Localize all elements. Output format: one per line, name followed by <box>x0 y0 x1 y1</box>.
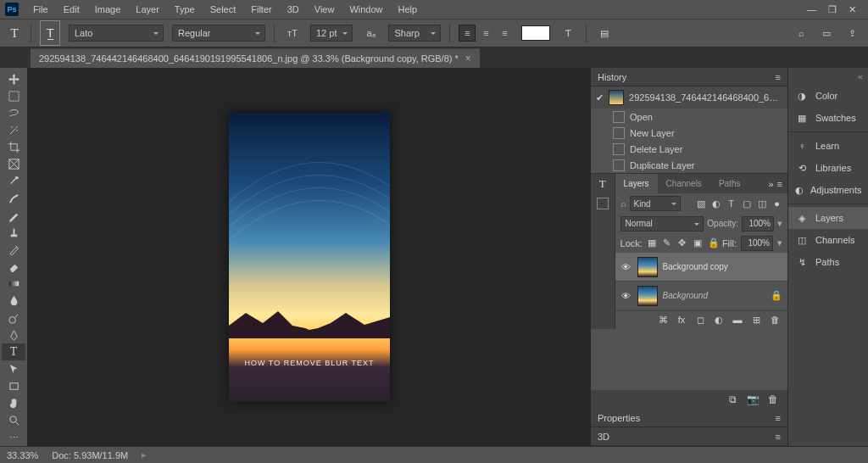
dock-item-swatches[interactable]: ▦Swatches <box>788 107 868 129</box>
align-right-button[interactable]: ≡ <box>496 25 513 42</box>
adjustment-layer-icon[interactable]: ◐ <box>713 315 725 326</box>
filter-adjustment-icon[interactable]: ◐ <box>710 198 721 209</box>
healing-brush-tool[interactable] <box>2 190 25 207</box>
marquee-tool[interactable] <box>2 87 25 104</box>
layer-mask-icon[interactable]: ◻ <box>694 315 706 326</box>
new-document-icon[interactable]: ⧉ <box>726 393 738 405</box>
dodge-tool[interactable] <box>2 310 25 326</box>
menu-edit[interactable]: Edit <box>56 2 87 17</box>
search-icon[interactable]: ⌕ <box>792 24 810 42</box>
maximize-button[interactable]: ❐ <box>828 4 837 15</box>
edit-toolbar-button[interactable]: ⋯ <box>2 429 25 446</box>
lock-all-icon[interactable]: 🔒 <box>708 237 718 248</box>
gradient-tool[interactable] <box>2 276 25 293</box>
character-panel-button[interactable]: ▤ <box>595 24 614 42</box>
move-tool[interactable] <box>2 70 25 87</box>
menu-view[interactable]: View <box>307 2 342 17</box>
layer-group-icon[interactable]: ▬ <box>732 315 743 326</box>
font-style-select[interactable]: Regular <box>172 25 265 42</box>
magic-wand-tool[interactable] <box>2 121 25 138</box>
history-state[interactable]: Open <box>591 109 787 125</box>
layer-thumbnail[interactable] <box>637 286 658 306</box>
align-left-button[interactable]: ≡ <box>459 25 476 42</box>
panel-collapse-icon[interactable]: » <box>768 179 773 189</box>
dock-item-color[interactable]: ◑Color <box>788 85 868 107</box>
lock-transparency-icon[interactable]: ▦ <box>647 237 657 248</box>
brush-tool[interactable] <box>2 207 25 224</box>
share-button[interactable]: ⇪ <box>843 24 861 42</box>
layer-filter-select[interactable]: Kind <box>630 196 681 211</box>
filter-smart-icon[interactable]: ◫ <box>756 198 767 209</box>
panel-menu-icon[interactable]: ≡ <box>777 179 782 189</box>
layer-style-icon[interactable]: fx <box>676 315 687 326</box>
menu-window[interactable]: Window <box>342 2 390 17</box>
lock-artboard-icon[interactable]: ▣ <box>693 237 703 248</box>
hand-tool[interactable] <box>2 395 25 412</box>
dock-item-adjustments[interactable]: ◐Adjustments <box>788 179 868 201</box>
tab-layers[interactable]: Layers <box>615 174 658 193</box>
delete-layer-icon[interactable]: 🗑 <box>769 315 781 326</box>
menu-filter[interactable]: Filter <box>243 2 279 17</box>
layer-thumbnail[interactable] <box>637 257 658 277</box>
anti-alias-select[interactable]: Sharp <box>388 25 441 42</box>
delete-state-icon[interactable]: 🗑 <box>767 393 779 405</box>
3d-panel-header[interactable]: 3D ≡ <box>591 427 787 446</box>
eyedropper-tool[interactable] <box>2 173 25 190</box>
menu-select[interactable]: Select <box>203 2 244 17</box>
filter-type-icon[interactable]: T <box>726 198 737 209</box>
filter-toggle-icon[interactable]: ● <box>771 198 782 209</box>
layer-row[interactable]: 👁Background🔒 <box>615 282 787 310</box>
history-panel-header[interactable]: History ≡ <box>591 68 787 86</box>
document-info[interactable]: Doc: 5.93M/11.9M <box>52 450 128 460</box>
lock-pixels-icon[interactable]: ✎ <box>662 237 672 248</box>
frame-tool[interactable] <box>2 156 25 173</box>
history-snapshot[interactable]: ✔ 292594138_746442146468400_646419019199… <box>591 86 787 109</box>
canvas-area[interactable]: HOW TO REMOVE BLUR TEXT <box>28 68 591 446</box>
minimize-button[interactable]: — <box>807 4 816 15</box>
lasso-tool[interactable] <box>2 104 25 121</box>
tab-channels[interactable]: Channels <box>658 174 710 193</box>
close-tab-icon[interactable]: × <box>465 53 471 64</box>
blur-tool[interactable] <box>2 293 25 310</box>
history-brush-tool[interactable] <box>2 241 25 258</box>
font-size-select[interactable]: 12 pt <box>310 25 353 42</box>
menu-help[interactable]: Help <box>391 2 426 17</box>
lock-position-icon[interactable]: ✥ <box>677 237 687 248</box>
fill-input[interactable]: 100% <box>741 236 773 251</box>
menu-file[interactable]: File <box>25 2 56 17</box>
status-arrow-icon[interactable]: ▸ <box>142 449 147 460</box>
crop-tool[interactable] <box>2 139 25 156</box>
text-color-swatch[interactable] <box>521 25 550 41</box>
dock-item-channels[interactable]: ◫Channels <box>788 229 868 251</box>
filter-pixel-icon[interactable]: ▧ <box>695 198 706 209</box>
eraser-tool[interactable] <box>2 259 25 276</box>
close-button[interactable]: ✕ <box>849 4 856 15</box>
dock-collapse-icon[interactable]: « <box>788 71 868 85</box>
path-selection-tool[interactable] <box>2 360 25 377</box>
filter-shape-icon[interactable]: ▢ <box>741 198 752 209</box>
visibility-toggle-icon[interactable]: 👁 <box>620 262 632 272</box>
layer-row[interactable]: 👁Background copy <box>615 253 787 282</box>
clone-stamp-tool[interactable] <box>2 224 25 241</box>
history-state[interactable]: New Layer <box>591 125 787 141</box>
document-canvas[interactable]: HOW TO REMOVE BLUR TEXT <box>229 112 390 402</box>
dock-item-paths[interactable]: ↯Paths <box>788 251 868 273</box>
rectangle-tool[interactable] <box>2 378 25 395</box>
zoom-level[interactable]: 33.33% <box>7 450 38 460</box>
new-snapshot-icon[interactable]: 📷 <box>747 393 759 405</box>
menu-layer[interactable]: Layer <box>128 2 167 17</box>
font-family-select[interactable]: Lato <box>69 25 164 42</box>
zoom-tool[interactable] <box>2 412 25 429</box>
visibility-toggle-icon[interactable]: 👁 <box>620 291 632 301</box>
opacity-input[interactable]: 100% <box>742 216 774 232</box>
align-center-button[interactable]: ≡ <box>477 25 494 42</box>
link-layers-icon[interactable]: ⌘ <box>657 315 669 326</box>
warp-text-button[interactable]: Ƭ <box>559 24 577 42</box>
menu-image[interactable]: Image <box>87 2 129 17</box>
dock-item-libraries[interactable]: ⟲Libraries <box>788 157 868 179</box>
panel-menu-icon[interactable]: ≡ <box>776 72 781 82</box>
dock-item-layers[interactable]: ◈Layers <box>788 207 868 229</box>
document-tab[interactable]: 292594138_746442146468400_64641901919955… <box>31 48 480 68</box>
workspace-switcher-button[interactable]: ▭ <box>817 24 836 42</box>
type-orientation-toggle[interactable]: T̲ <box>40 20 60 46</box>
